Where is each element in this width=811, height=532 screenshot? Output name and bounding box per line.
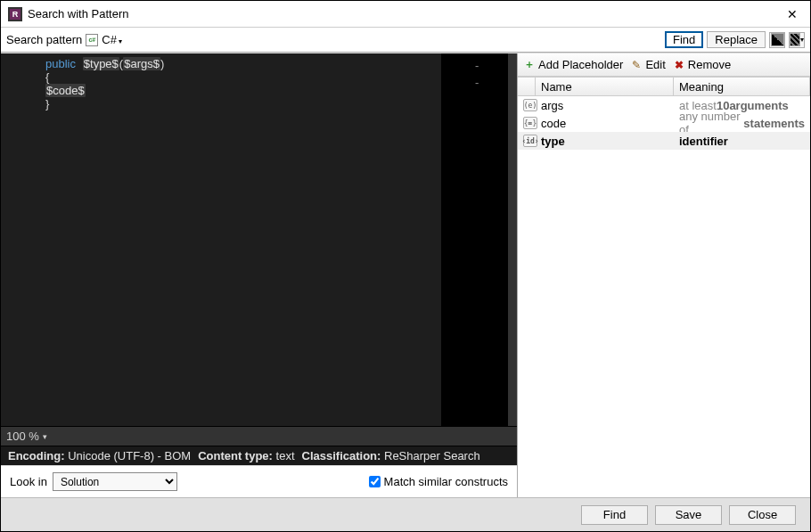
placeholder-table-header: Name Meaning xyxy=(518,77,810,96)
cross-icon: ✖ xyxy=(673,59,685,71)
code-paren-close: ) xyxy=(160,57,164,70)
footer-close-button[interactable]: Close xyxy=(729,505,796,525)
app-icon: R xyxy=(8,7,22,21)
language-dropdown[interactable]: C# xyxy=(102,33,122,46)
chevron-down-icon: ▾ xyxy=(800,36,804,44)
close-window-button[interactable]: ✕ xyxy=(782,5,803,23)
footer-save-button[interactable]: Save xyxy=(655,505,722,525)
search-pattern-label: Search pattern xyxy=(6,33,82,46)
edit-placeholder-label: Edit xyxy=(645,58,665,71)
replace-tab[interactable]: Replace xyxy=(707,31,766,48)
dialog-footer: Find Save Close xyxy=(1,497,810,531)
layout-toggle-2[interactable]: ▾ xyxy=(789,32,805,48)
editor-wrap: public $type$($args$) { $code$ } -- 100 … xyxy=(1,53,517,465)
zoom-dropdown-icon[interactable]: ▾ xyxy=(43,432,47,441)
look-in-bar: Look in Solution Match similar construct… xyxy=(1,465,517,497)
footer-find-button[interactable]: Find xyxy=(581,505,648,525)
column-meaning-header[interactable]: Meaning xyxy=(674,78,810,95)
zoom-bar: 100 % ▾ xyxy=(1,426,517,446)
window-title: Search with Pattern xyxy=(28,7,782,20)
content-type-value: text xyxy=(276,449,295,462)
placeholder-name: type xyxy=(536,134,674,149)
placeholder-row-type[interactable]: ‹id› type identifier xyxy=(518,132,810,150)
encoding-label: Encoding: xyxy=(8,449,65,462)
left-pane: public $type$($args$) { $code$ } -- 100 … xyxy=(1,53,518,497)
add-placeholder-button[interactable]: ＋ Add Placeholder xyxy=(523,58,623,71)
match-similar-checkbox-input[interactable] xyxy=(369,476,381,487)
remove-placeholder-label: Remove xyxy=(688,58,731,71)
placeholder-toolbar: ＋ Add Placeholder ✎ Edit ✖ Remove xyxy=(518,53,810,77)
code-minimap: -- xyxy=(442,53,508,426)
zoom-level: 100 % xyxy=(6,430,39,443)
match-similar-check[interactable]: Match similar constructs xyxy=(369,475,508,488)
edit-placeholder-button[interactable]: ✎ Edit xyxy=(630,58,665,71)
add-placeholder-label: Add Placeholder xyxy=(538,58,623,71)
layout-icon-a xyxy=(771,33,784,46)
layout-toggle-1[interactable] xyxy=(769,32,785,48)
placeholder-name: code xyxy=(536,116,674,131)
scrollbar-track[interactable] xyxy=(508,53,517,426)
top-toolbar: Search pattern c# C# Find Replace ▾ xyxy=(1,28,810,53)
code-placeholder-args: $args$ xyxy=(123,57,160,70)
placeholder-meaning: identifier xyxy=(674,134,810,149)
classification-label: Classification: xyxy=(302,449,381,462)
layout-icon-b xyxy=(790,33,800,46)
code-placeholder-type: $type$ xyxy=(83,57,119,70)
column-name-header[interactable]: Name xyxy=(536,78,674,95)
pencil-icon: ✎ xyxy=(630,59,643,71)
placeholder-name: args xyxy=(536,98,674,113)
match-similar-label: Match similar constructs xyxy=(384,475,508,488)
code-keyword: public xyxy=(45,57,76,70)
find-tab[interactable]: Find xyxy=(665,31,703,48)
right-pane: ＋ Add Placeholder ✎ Edit ✖ Remove Name M… xyxy=(518,53,810,497)
code-editor[interactable]: public $type$($args$) { $code$ } xyxy=(1,53,442,426)
language-file-icon: c# xyxy=(86,34,98,46)
look-in-label: Look in xyxy=(10,475,47,488)
code-placeholder-code: $code$ xyxy=(45,84,86,97)
code-brace-close: } xyxy=(45,97,49,110)
placeholder-row-code[interactable]: {≡} code any number of statements xyxy=(518,114,810,132)
title-bar: R Search with Pattern ✕ xyxy=(1,1,810,28)
classification-value: ReSharper Search xyxy=(384,449,480,462)
editor-info-bar: Encoding: Unicode (UTF-8) - BOM Content … xyxy=(1,446,517,465)
look-in-select[interactable]: Solution xyxy=(53,472,177,491)
remove-placeholder-button[interactable]: ✖ Remove xyxy=(673,58,731,71)
main-area: public $type$($args$) { $code$ } -- 100 … xyxy=(1,53,810,497)
placeholder-table: (e) args at least 10 arguments {≡} code … xyxy=(518,96,810,497)
code-brace-open: { xyxy=(45,70,49,84)
minimap-marks: -- xyxy=(475,59,479,89)
plus-icon: ＋ xyxy=(523,59,536,71)
encoding-value: Unicode (UTF-8) - BOM xyxy=(68,449,191,462)
content-type-label: Content type: xyxy=(198,449,273,462)
